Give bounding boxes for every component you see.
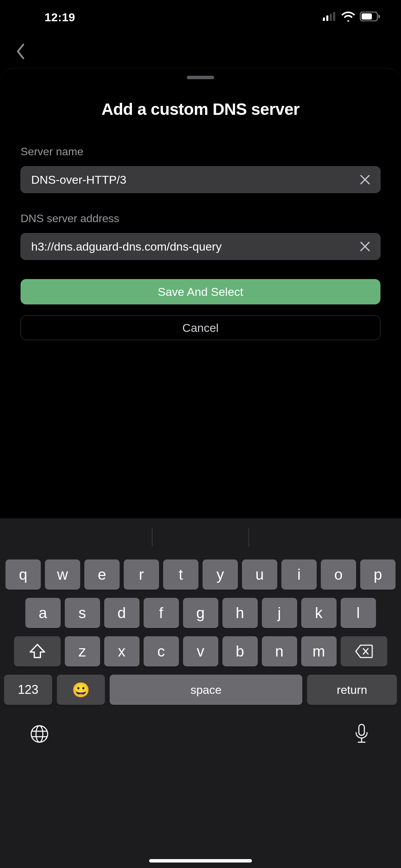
chevron-left-icon [16, 43, 25, 60]
key-o[interactable]: o [321, 559, 356, 590]
key-v[interactable]: v [183, 636, 218, 666]
key-h[interactable]: h [222, 598, 258, 628]
keyboard-row-3: z x c v b n m [4, 636, 397, 666]
key-b[interactable]: b [222, 636, 258, 666]
key-g[interactable]: g [183, 598, 218, 628]
key-r[interactable]: r [124, 559, 159, 590]
microphone-icon [354, 724, 369, 744]
server-address-clear-button[interactable] [357, 239, 373, 254]
keyboard-mic-button[interactable] [350, 722, 374, 746]
server-name-label: Server name [21, 145, 380, 158]
key-c[interactable]: c [144, 636, 179, 666]
shift-icon [29, 644, 45, 659]
svg-point-8 [36, 726, 43, 742]
suggestion-separator [152, 528, 153, 546]
key-y[interactable]: y [203, 559, 238, 590]
keyboard-row-1: q w e r t y u i o p [4, 559, 397, 590]
server-address-group: DNS server address [21, 212, 380, 260]
back-button[interactable] [10, 41, 31, 62]
key-w[interactable]: w [45, 559, 80, 590]
key-return[interactable]: return [307, 675, 397, 705]
server-name-clear-button[interactable] [357, 172, 373, 187]
svg-point-7 [31, 726, 48, 742]
wifi-icon [341, 11, 355, 23]
key-k[interactable]: k [301, 598, 337, 628]
battery-icon [360, 12, 380, 23]
svg-rect-1 [326, 15, 328, 21]
suggestion-bar [0, 518, 401, 556]
key-a[interactable]: a [25, 598, 61, 628]
close-icon [360, 174, 370, 185]
sheet-grabber[interactable] [187, 76, 214, 79]
key-backspace[interactable] [341, 636, 387, 666]
server-address-input-wrap[interactable] [21, 233, 380, 260]
key-space[interactable]: space [110, 675, 302, 705]
key-i[interactable]: i [281, 559, 317, 590]
key-j[interactable]: j [262, 598, 297, 628]
svg-rect-2 [330, 14, 332, 21]
cellular-icon [323, 12, 337, 22]
server-address-input[interactable] [31, 240, 350, 253]
status-time: 12:19 [45, 11, 75, 24]
key-emoji[interactable]: 😀 [57, 675, 105, 705]
key-z[interactable]: z [65, 636, 100, 666]
key-numbers[interactable]: 123 [4, 675, 52, 705]
svg-rect-9 [359, 724, 364, 735]
nav-bar [0, 34, 401, 69]
globe-icon [30, 724, 49, 744]
backspace-icon [355, 644, 373, 658]
key-d[interactable]: d [104, 598, 139, 628]
key-e[interactable]: e [84, 559, 120, 590]
svg-rect-5 [362, 13, 372, 20]
sheet-title: Add a custom DNS server [0, 100, 401, 119]
server-name-input[interactable] [31, 173, 350, 186]
suggestion-separator [248, 528, 249, 546]
keyboard-row-4: 123 😀 space return [4, 675, 397, 705]
form: Server name DNS server address [0, 145, 401, 340]
keyboard: q w e r t y u i o p a s d f g h j k l [0, 518, 401, 868]
server-name-input-wrap[interactable] [21, 166, 380, 193]
key-x[interactable]: x [104, 636, 139, 666]
emoji-icon: 😀 [72, 682, 90, 698]
key-p[interactable]: p [360, 559, 396, 590]
keyboard-bottom [0, 705, 401, 756]
svg-rect-3 [333, 12, 335, 21]
key-n[interactable]: n [262, 636, 297, 666]
key-t[interactable]: t [163, 559, 198, 590]
svg-rect-6 [378, 15, 380, 18]
key-l[interactable]: l [341, 598, 376, 628]
key-f[interactable]: f [144, 598, 179, 628]
key-m[interactable]: m [301, 636, 337, 666]
status-right [323, 11, 380, 23]
server-name-group: Server name [21, 145, 380, 193]
key-q[interactable]: q [5, 559, 41, 590]
server-address-label: DNS server address [21, 212, 380, 225]
cancel-button[interactable]: Cancel [21, 315, 380, 340]
home-indicator[interactable] [149, 859, 252, 863]
keyboard-globe-button[interactable] [27, 722, 51, 746]
status-bar: 12:19 [0, 0, 401, 34]
save-and-select-button[interactable]: Save And Select [21, 279, 380, 304]
close-icon [360, 241, 370, 252]
svg-rect-0 [323, 17, 325, 21]
keyboard-rows: q w e r t y u i o p a s d f g h j k l [0, 556, 401, 705]
key-u[interactable]: u [242, 559, 277, 590]
key-s[interactable]: s [65, 598, 100, 628]
key-shift[interactable] [14, 636, 61, 666]
keyboard-row-2: a s d f g h j k l [4, 598, 397, 628]
